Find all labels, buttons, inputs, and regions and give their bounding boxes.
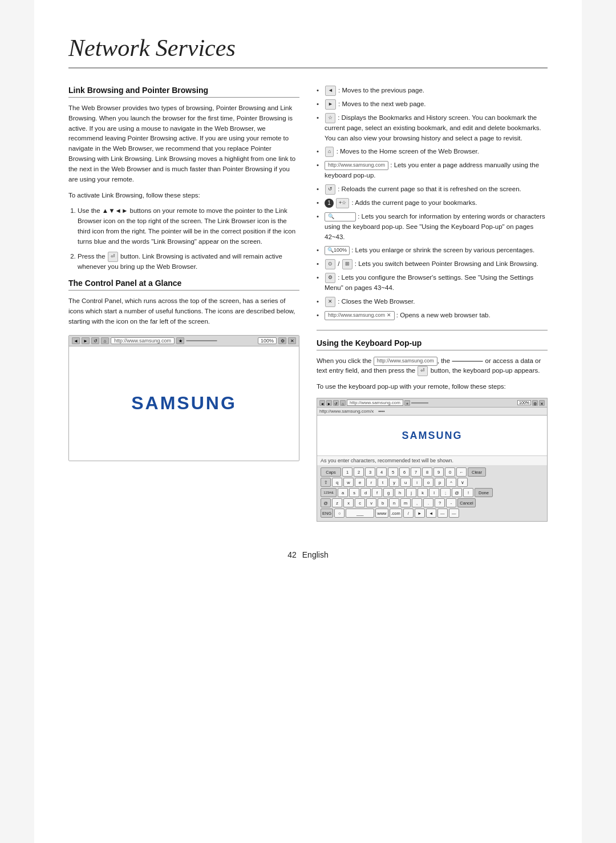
key-at[interactable]: @ — [452, 488, 462, 497]
key-shift[interactable]: ⇧ — [321, 478, 331, 487]
key-w[interactable]: w — [343, 478, 354, 487]
key-1[interactable]: 1 — [342, 467, 352, 477]
key-left[interactable]: ◄ — [426, 509, 436, 518]
key-0[interactable]: 0 — [445, 467, 455, 477]
kb-fwd: ► — [326, 400, 332, 406]
samsung-logo: SAMSUNG — [131, 393, 237, 414]
key-j[interactable]: j — [406, 488, 416, 497]
key-q[interactable]: q — [332, 478, 342, 487]
kb-home: ⌂ — [340, 400, 346, 406]
key-dash2[interactable]: — — [437, 509, 448, 518]
key-l[interactable]: l — [429, 488, 439, 497]
key-right[interactable]: ► — [415, 509, 425, 518]
key-x[interactable]: x — [343, 498, 354, 507]
reload-btn: ↺ — [91, 337, 99, 344]
key-circle[interactable]: ○ — [334, 509, 345, 518]
key-down[interactable]: ∨ — [457, 478, 468, 487]
key-period[interactable]: . — [423, 498, 433, 507]
key-quest[interactable]: ? — [435, 498, 445, 507]
new-tab-icon: http://www.samsung.com ✕ — [325, 311, 395, 320]
key-y[interactable]: y — [389, 478, 399, 487]
left-column: Link Browsing and Pointer Browsing The W… — [68, 86, 299, 527]
forward-btn: ► — [82, 337, 90, 344]
key-n[interactable]: n — [389, 498, 399, 507]
settings-icon: ⚙ — [325, 273, 335, 283]
key-r[interactable]: r — [366, 478, 376, 487]
key-c[interactable]: c — [355, 498, 365, 507]
key-123[interactable]: 123#& — [321, 488, 337, 497]
key-8[interactable]: 8 — [422, 467, 432, 477]
key-slash[interactable]: / — [403, 509, 414, 518]
add-bookmark-icon: +☆ — [336, 198, 349, 208]
keyboard-popup-body3: To use the keyboard pop-up with your rem… — [317, 382, 548, 392]
key-2[interactable]: 2 — [354, 467, 364, 477]
kb-cls: ✕ — [539, 400, 545, 406]
key-excl[interactable]: ! — [463, 488, 473, 497]
key-4[interactable]: 4 — [376, 467, 387, 477]
key-s[interactable]: s — [349, 488, 359, 497]
key-b[interactable]: b — [378, 498, 388, 507]
activate-text: To activate Link Browsing, follow these … — [68, 191, 299, 201]
key-caps[interactable]: Caps — [321, 467, 341, 477]
key-dash[interactable]: - — [446, 498, 456, 507]
key-clear[interactable]: Clear — [468, 467, 486, 477]
key-m[interactable]: m — [400, 498, 411, 507]
step-1: Use the ▲▼◄► buttons on your remote to m… — [78, 206, 299, 247]
key-t[interactable]: t — [378, 478, 388, 487]
reload-icon: ↺ — [325, 184, 335, 195]
key-dash3[interactable]: — — [449, 509, 459, 518]
bullet-zoom: 🔍100% : Lets you enlarge or shrink the s… — [317, 245, 548, 256]
bullet-prev: ◄ : Moves to the previous page. — [317, 86, 548, 96]
key-f[interactable]: f — [372, 488, 382, 497]
key-u[interactable]: u — [400, 478, 411, 487]
key-done[interactable]: Done — [475, 488, 493, 497]
key-v[interactable]: v — [366, 498, 376, 507]
keyboard-popup-section: Using the Keyboard Pop-up When you click… — [317, 338, 548, 522]
key-space[interactable]: ___ — [346, 509, 374, 518]
key-9[interactable]: 9 — [433, 467, 444, 477]
kbd-row-3: 123#& a s d f g h j k l ; @ ! — [321, 488, 544, 497]
keyboard-mockup: ◄ ► ↺ ⌂ http://www.samsung.com + 100% ⚙ … — [317, 398, 548, 522]
bullet-newtab: http://www.samsung.com ✕ : Opens a new w… — [317, 310, 548, 321]
search-bar — [186, 340, 217, 341]
circle-1: 1 — [325, 199, 334, 208]
zoom-icon: 🔍100% — [325, 246, 350, 255]
kb-bk: + — [404, 400, 410, 406]
key-backspace[interactable]: ← — [456, 467, 467, 477]
key-h[interactable]: h — [395, 488, 405, 497]
right-column: ◄ : Moves to the previous page. ► : Move… — [317, 86, 548, 527]
kbd-row-5: ENG ○ ___ www .com / ► ◄ — — — [321, 509, 544, 518]
key-g[interactable]: g — [383, 488, 394, 497]
key-semi[interactable]: ; — [440, 488, 451, 497]
key-5[interactable]: 5 — [388, 467, 398, 477]
kb-zoom: 100% — [517, 400, 531, 405]
kb-url: http://www.samsung.com — [347, 400, 403, 406]
page-title: Network Services — [68, 34, 548, 68]
kb-tab-bar: http://www.samsung.com/x ▪▪▪▪ — [317, 408, 547, 416]
key-d[interactable]: d — [360, 488, 371, 497]
key-3[interactable]: 3 — [365, 467, 375, 477]
key-dotcom[interactable]: .com — [390, 509, 402, 518]
key-o[interactable]: o — [423, 478, 433, 487]
search-input-icon: 🔍 — [325, 212, 356, 221]
kbd-row-1: Caps 1 2 3 4 5 6 7 8 9 0 ← Clear — [321, 467, 544, 477]
key-comma[interactable]: , — [412, 498, 422, 507]
bullet-search: 🔍 : Lets you search for information by e… — [317, 212, 548, 242]
key-cancel[interactable]: Cancel — [457, 498, 476, 507]
key-i[interactable]: i — [412, 478, 422, 487]
key-7[interactable]: 7 — [411, 467, 421, 477]
key-p[interactable]: p — [435, 478, 445, 487]
key-a[interactable]: a — [338, 488, 348, 497]
bullet-url: http://www.samsung.com : Lets you enter … — [317, 160, 548, 181]
key-6[interactable]: 6 — [399, 467, 410, 477]
key-eng[interactable]: ENG — [321, 509, 333, 518]
kb-newtab: ▪▪▪▪ — [378, 409, 384, 414]
keyboard-area: Caps 1 2 3 4 5 6 7 8 9 0 ← Clear — [317, 465, 547, 521]
key-z[interactable]: z — [332, 498, 342, 507]
key-www[interactable]: www — [375, 509, 388, 518]
key-e[interactable]: e — [355, 478, 365, 487]
key-up[interactable]: ^ — [446, 478, 456, 487]
key-at2[interactable]: @ — [321, 498, 331, 507]
kb-back: ◄ — [319, 400, 325, 406]
key-k[interactable]: k — [418, 488, 428, 497]
